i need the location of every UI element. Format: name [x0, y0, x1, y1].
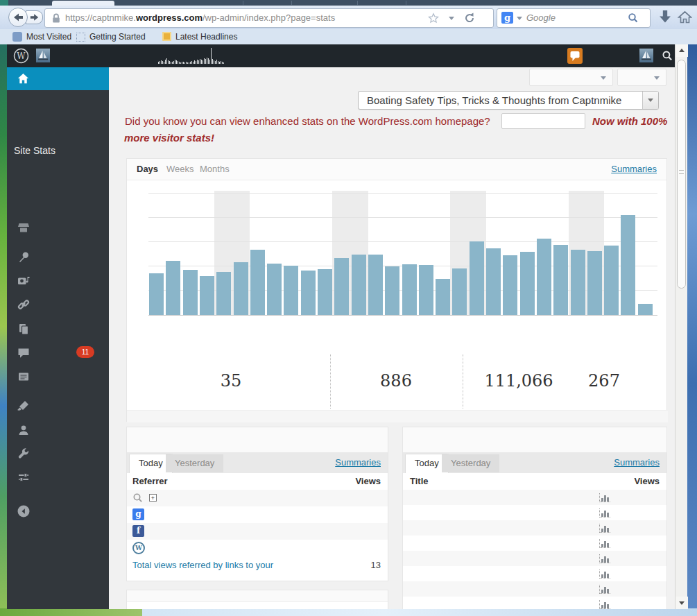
- sidebar-item-feedback[interactable]: [17, 370, 31, 384]
- chart-bar[interactable]: [571, 250, 585, 315]
- url-dropdown-icon[interactable]: [449, 17, 454, 20]
- notifications-button[interactable]: [567, 48, 583, 64]
- wordpress-logo-icon[interactable]: W: [13, 48, 29, 64]
- post-row[interactable]: [403, 566, 666, 581]
- chart-bar[interactable]: [452, 268, 467, 315]
- post-row[interactable]: [403, 520, 666, 536]
- blog-selector[interactable]: Boating Safety Tips, Tricks & Thoughts f…: [358, 91, 659, 110]
- chart-summaries-link[interactable]: Summaries: [611, 159, 657, 180]
- admin-bar-stats-sparkline[interactable]: [158, 47, 227, 64]
- sidebar-item-pages[interactable]: [17, 322, 31, 336]
- blog-selector-button[interactable]: [642, 92, 658, 109]
- mini-barchart-icon[interactable]: [599, 524, 610, 533]
- referrer-row-wordpress[interactable]: W: [127, 540, 388, 556]
- chart-bar[interactable]: [318, 269, 332, 315]
- chart-bar[interactable]: [537, 239, 551, 315]
- chart-bar[interactable]: [436, 279, 450, 315]
- chart-bar[interactable]: [470, 241, 484, 315]
- search-icon[interactable]: [132, 493, 144, 504]
- filter-select-1[interactable]: [529, 69, 613, 86]
- referrer-search-row[interactable]: +: [127, 490, 388, 506]
- sidebar-item-users[interactable]: [17, 423, 31, 437]
- mini-barchart-icon[interactable]: [599, 508, 610, 517]
- referrer-row-google[interactable]: g: [127, 506, 388, 523]
- post-row[interactable]: [403, 581, 666, 597]
- mini-barchart-icon[interactable]: [599, 600, 610, 609]
- sidebar-item-store[interactable]: [17, 221, 31, 234]
- scroll-up-button[interactable]: [676, 44, 688, 57]
- expand-plus-icon[interactable]: +: [149, 494, 157, 502]
- tab-months[interactable]: Months: [200, 159, 230, 180]
- search-engine-dropdown-icon[interactable]: [517, 17, 522, 20]
- browser-active-tab[interactable]: [52, 1, 114, 6]
- google-favicon[interactable]: g: [501, 12, 513, 24]
- bookmark-most-visited[interactable]: Most Visited: [26, 29, 71, 44]
- chart-bar[interactable]: [149, 273, 164, 315]
- referrer-row-facebook[interactable]: f: [127, 523, 388, 540]
- mini-barchart-icon[interactable]: [599, 493, 610, 502]
- bookmark-getting-started[interactable]: Getting Started: [89, 29, 146, 44]
- chart-bar[interactable]: [587, 251, 602, 315]
- chart-bar[interactable]: [250, 250, 265, 315]
- posts-summaries-link[interactable]: Summaries: [614, 452, 660, 473]
- mini-barchart-icon[interactable]: [599, 539, 610, 548]
- post-row[interactable]: [403, 551, 666, 566]
- mini-barchart-icon[interactable]: [599, 585, 610, 594]
- back-button[interactable]: [8, 8, 28, 27]
- chart-bar[interactable]: [419, 265, 433, 315]
- promo-input[interactable]: [501, 113, 585, 129]
- sidebar-item-comments[interactable]: [17, 345, 31, 359]
- mini-barchart-icon[interactable]: [599, 554, 610, 563]
- chart-bar[interactable]: [604, 246, 619, 315]
- forward-button[interactable]: [26, 10, 43, 24]
- comments-count-badge[interactable]: 11: [76, 346, 94, 358]
- post-row[interactable]: [403, 490, 666, 505]
- search-go-icon[interactable]: [628, 12, 639, 24]
- reload-icon[interactable]: [464, 12, 475, 24]
- mini-barchart-icon[interactable]: [599, 570, 610, 579]
- chart-bar[interactable]: [183, 270, 198, 315]
- chart-bar[interactable]: [267, 264, 282, 315]
- chart-bar[interactable]: [520, 252, 535, 315]
- chart-bar[interactable]: [234, 262, 248, 315]
- chart-bar[interactable]: [621, 215, 635, 315]
- chart-bar[interactable]: [284, 266, 298, 315]
- browser-scrollbar[interactable]: [675, 44, 687, 609]
- chart-bar[interactable]: [385, 266, 399, 315]
- url-bar[interactable]: https://captnmike.wordpress.com/wp-admin…: [44, 8, 494, 28]
- total-views-link[interactable]: Total views referred by links to your: [132, 556, 273, 574]
- chart-bar[interactable]: [638, 304, 653, 315]
- sidebar-item-site-stats[interactable]: Site Stats: [14, 145, 55, 156]
- sidebar-item-appearance[interactable]: [17, 399, 31, 413]
- collapse-menu-button[interactable]: [17, 504, 31, 518]
- chart-bar[interactable]: [200, 276, 214, 315]
- chart-bar[interactable]: [216, 272, 231, 315]
- site-favicon[interactable]: [36, 49, 50, 62]
- sidebar-item-posts[interactable]: [17, 250, 31, 264]
- home-icon[interactable]: [678, 10, 692, 24]
- sidebar-item-dashboard[interactable]: [7, 67, 109, 90]
- search-box[interactable]: g Google: [497, 8, 651, 28]
- sidebar-item-links[interactable]: [17, 298, 31, 311]
- post-row[interactable]: [403, 505, 666, 520]
- sidebar-item-media[interactable]: [17, 274, 31, 288]
- scroll-thumb[interactable]: [677, 60, 686, 289]
- filter-select-2[interactable]: [617, 69, 666, 86]
- chart-bar[interactable]: [402, 264, 417, 315]
- scroll-down-button[interactable]: [676, 597, 688, 609]
- bookmark-latest-headlines[interactable]: Latest Headlines: [175, 29, 237, 44]
- admin-search-icon[interactable]: [662, 50, 673, 62]
- chart-bar[interactable]: [352, 255, 366, 315]
- tab-yesterday[interactable]: Yesterday: [442, 454, 499, 472]
- downloads-icon[interactable]: [657, 10, 673, 24]
- tab-weeks[interactable]: Weeks: [166, 159, 194, 180]
- chart-bar[interactable]: [368, 255, 383, 315]
- chart-bar[interactable]: [301, 271, 316, 315]
- tab-yesterday[interactable]: Yesterday: [166, 454, 223, 472]
- post-row[interactable]: [403, 597, 666, 609]
- post-row[interactable]: [403, 536, 666, 551]
- sidebar-item-settings[interactable]: [17, 470, 31, 484]
- bookmark-star-icon[interactable]: [428, 12, 439, 24]
- chart-bar[interactable]: [166, 261, 180, 315]
- chart-bar[interactable]: [486, 248, 501, 315]
